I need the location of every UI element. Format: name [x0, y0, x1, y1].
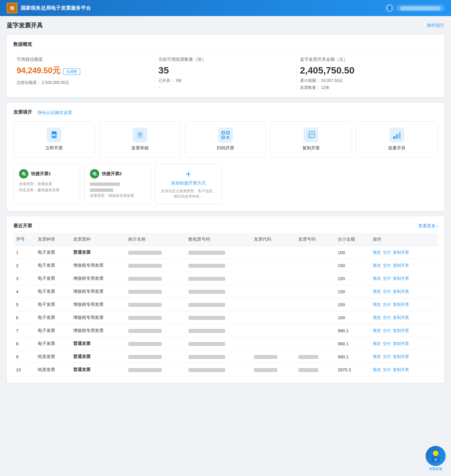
op-交付[interactable]: 交付 — [383, 289, 391, 294]
op-交付[interactable]: 交付 — [383, 354, 391, 359]
cell-no — [296, 311, 335, 324]
op-预览[interactable]: 预览 — [373, 341, 381, 346]
op-交付[interactable]: 交付 — [383, 341, 391, 346]
recent-invoices-header: 最近开票 查看更多 › — [13, 223, 438, 229]
view-more-link[interactable]: 查看更多 › — [418, 223, 438, 229]
op-预览[interactable]: 预览 — [373, 328, 381, 333]
cell-no — [296, 272, 335, 285]
svg-rect-19 — [309, 131, 315, 137]
op-复制开票[interactable]: 复制开票 — [393, 250, 409, 255]
cell-num — [186, 259, 251, 272]
adjust-quota-button[interactable]: 去调整 — [63, 69, 80, 75]
quick-2-header: 电 快捷开票2 — [90, 169, 145, 178]
invoice-fill-tab[interactable]: 发票填开 — [13, 109, 32, 116]
action-scan[interactable]: 扫码开票 — [185, 121, 266, 157]
table-row: 3 电子发票 增值税专用发票 150 预览交付复制开票 — [13, 272, 438, 285]
op-复制开票[interactable]: 复制开票 — [393, 341, 409, 346]
col-type1: 发票种类 — [35, 233, 70, 246]
svg-rect-14 — [228, 132, 228, 133]
total-quota-label: 总授信额度： — [17, 80, 41, 85]
cell-buyer — [126, 298, 186, 311]
batch-label: 批量开具 — [388, 145, 406, 151]
table-row: 8 电子发票 普通发票 990.1 预览交付复制开票 — [13, 337, 438, 350]
cell-code — [251, 311, 296, 324]
cell-type2: 增值税专用发票 — [70, 285, 126, 298]
cell-code — [251, 324, 296, 337]
recent-invoices-card: 最近开票 查看更多 › 序号 发票种类 发票票种 购方名称 数电票号码 发票代码… — [7, 216, 444, 383]
cell-code — [251, 285, 296, 298]
table-row: 2 电子发票 增值税专用发票 150 预览交付复制开票 — [13, 259, 438, 272]
cell-buyer — [126, 259, 186, 272]
op-复制开票[interactable]: 复制开票 — [393, 328, 409, 333]
cell-no — [296, 298, 335, 311]
scan-label: 扫码开票 — [217, 145, 234, 151]
quick-2-circle: 电 — [90, 169, 99, 178]
op-复制开票[interactable]: 复制开票 — [393, 289, 409, 294]
op-交付[interactable]: 交付 — [383, 328, 391, 333]
col-buyer: 购方名称 — [126, 233, 186, 246]
header-left: 税 国家税务总局电子发票服务平台 — [7, 3, 91, 13]
svg-rect-15 — [223, 137, 223, 138]
draft-label: 发票草稿 — [131, 145, 149, 151]
op-预览[interactable]: 预览 — [373, 354, 381, 359]
operation-guide-link[interactable]: 操作指引 — [427, 22, 444, 28]
cell-type2: 增值税专用发票 — [70, 324, 126, 337]
op-预览[interactable]: 预览 — [373, 302, 381, 307]
op-复制开票[interactable]: 复制开票 — [393, 354, 409, 359]
op-复制开票[interactable]: 复制开票 — [393, 315, 409, 320]
cell-type1: 电子发票 — [35, 246, 70, 259]
cell-amount: 100 — [335, 311, 370, 324]
action-draft[interactable]: 发票草稿 — [99, 121, 180, 157]
op-交付[interactable]: 交付 — [383, 250, 391, 255]
count-label: 发票数量： — [300, 85, 320, 90]
op-预览[interactable]: 预览 — [373, 250, 381, 255]
op-交付[interactable]: 交付 — [383, 315, 391, 320]
op-预览[interactable]: 预览 — [373, 315, 381, 320]
recent-invoices-title: 最近开票 — [13, 223, 32, 229]
svg-rect-22 — [393, 136, 395, 139]
op-预览[interactable]: 预览 — [373, 289, 381, 294]
col-amount: 合计金额 — [335, 233, 370, 246]
quick-invoice-1[interactable]: 电 快捷开票1 发票类型：普通发票 特定业务：建筑服务发票 — [13, 164, 80, 204]
cell-type2: 普通发票 — [70, 363, 126, 376]
action-batch[interactable]: 批量开具 — [356, 121, 438, 157]
op-预览[interactable]: 预览 — [373, 367, 381, 372]
cell-seq: 1 — [13, 246, 35, 259]
svg-rect-23 — [396, 134, 398, 139]
data-overview-card: 数据概览 可用授信额度 94,249.50元 去调整 总授信额度： 2,500,… — [7, 35, 444, 97]
op-交付[interactable]: 交付 — [383, 367, 391, 372]
col-code: 发票代码 — [251, 233, 296, 246]
table-row: 10 纸质发票 普通发票 2970.3 预览交付复制开票 — [13, 363, 438, 376]
quick-invoice-row: 电 快捷开票1 发票类型：普通发票 特定业务：建筑服务发票 电 快捷开票2 发票… — [13, 164, 438, 204]
quick-invoice-2[interactable]: 电 快捷开票2 发票类型：增值税专用发票 — [84, 164, 151, 204]
cell-buyer — [126, 272, 186, 285]
op-交付[interactable]: 交付 — [383, 276, 391, 281]
cell-type2: 增值税专用发票 — [70, 259, 126, 272]
op-复制开票[interactable]: 复制开票 — [393, 276, 409, 281]
invoice-amount-value: 2,405,750.50 — [300, 65, 428, 76]
quick-1-circle: 电 — [19, 169, 28, 178]
cell-type1: 电子发票 — [35, 272, 70, 285]
op-预览[interactable]: 预览 — [373, 276, 381, 281]
op-交付[interactable]: 交付 — [383, 302, 391, 307]
add-quick-invoice[interactable]: + 添加快捷开票方式 支持自定义发票类型、客户信息、项目信息等内容。 — [155, 164, 222, 204]
svg-rect-24 — [399, 132, 401, 139]
op-复制开票[interactable]: 复制开票 — [393, 367, 409, 372]
invoice-table-body: 1 电子发票 普通发票 100 预览交付复制开票 2 电子发票 增值税专用发票 … — [13, 246, 438, 376]
svg-rect-3 — [52, 131, 56, 134]
op-交付[interactable]: 交付 — [383, 263, 391, 268]
op-复制开票[interactable]: 复制开票 — [393, 302, 409, 307]
action-immediate[interactable]: 立即开票 — [13, 121, 95, 157]
cell-code — [251, 272, 296, 285]
auth-settings-link[interactable]: 身份认证频次设置 — [37, 110, 72, 116]
op-预览[interactable]: 预览 — [373, 263, 381, 268]
count-value: 12张 — [321, 85, 329, 90]
header-username — [396, 5, 444, 11]
cell-num — [186, 363, 251, 376]
op-复制开票[interactable]: 复制开票 — [393, 263, 409, 268]
action-copy[interactable]: 复制开票 — [270, 121, 352, 157]
available-quota-label: 可用授信额度 — [17, 56, 145, 63]
draft-icon — [133, 128, 147, 142]
table-row: 6 电子发票 增值税专用发票 100 预览交付复制开票 — [13, 311, 438, 324]
cell-num — [186, 272, 251, 285]
